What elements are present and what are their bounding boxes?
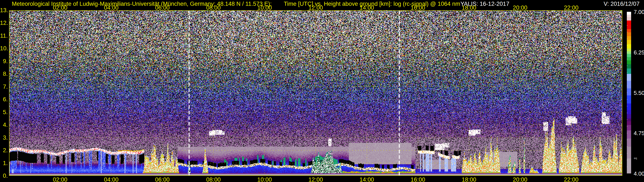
x-tick-label: 14:00 xyxy=(357,177,376,182)
y-tick-label: 6. xyxy=(0,96,8,103)
y-tick-label: 0. xyxy=(0,173,8,179)
x-tick-label: 10:00 xyxy=(255,177,274,182)
colorbar-tick-label: 5.50 xyxy=(634,90,644,96)
x-tick-label: 04:00 xyxy=(102,177,121,182)
y-tick-label: 8. xyxy=(0,71,8,77)
y-tick-label: 3. xyxy=(0,134,8,141)
x-tick-label: 08:00 xyxy=(204,177,223,182)
x-tick-label: 02:00 xyxy=(50,177,70,182)
colorbar-tick-label: 4.00 xyxy=(634,171,644,177)
y-tick-label: 11. xyxy=(0,33,8,39)
heatmap-plot-area xyxy=(9,10,622,176)
colorbar-tick-label: 7.00 xyxy=(634,9,644,15)
y-tick-label: 5. xyxy=(0,109,8,116)
x-tick-label: 12:00 xyxy=(306,177,326,182)
version-label: V: 2016/12/07 xyxy=(604,1,640,7)
colorbar xyxy=(627,12,631,174)
colorbar-note: eq xyxy=(634,157,637,160)
y-tick-label: 12. xyxy=(0,20,8,26)
heatmap-canvas xyxy=(9,10,622,176)
colorbar-tick-label: 4.75 xyxy=(634,130,644,137)
x-tick-label: 16:00 xyxy=(408,177,428,182)
y-tick-label: 2. xyxy=(0,147,8,154)
y-tick-label: 10. xyxy=(0,45,8,52)
y-tick-label: 9. xyxy=(0,58,8,65)
x-tick-label: 06:00 xyxy=(153,177,172,182)
y-tick-label: 7. xyxy=(0,84,8,90)
lidar-quicklook-page: Meteorological Institute of Ludwig-Maxim… xyxy=(0,0,644,182)
x-tick-label: 20:00 xyxy=(510,177,530,182)
y-tick-label: 13. xyxy=(0,7,8,14)
x-tick-label: 18:00 xyxy=(460,177,479,182)
x-tick-label: 22:00 xyxy=(562,177,581,182)
y-tick-label: 4. xyxy=(0,122,8,128)
y-tick-label: 1. xyxy=(0,160,8,167)
colorbar-tick-label: 6.25 xyxy=(634,49,644,56)
